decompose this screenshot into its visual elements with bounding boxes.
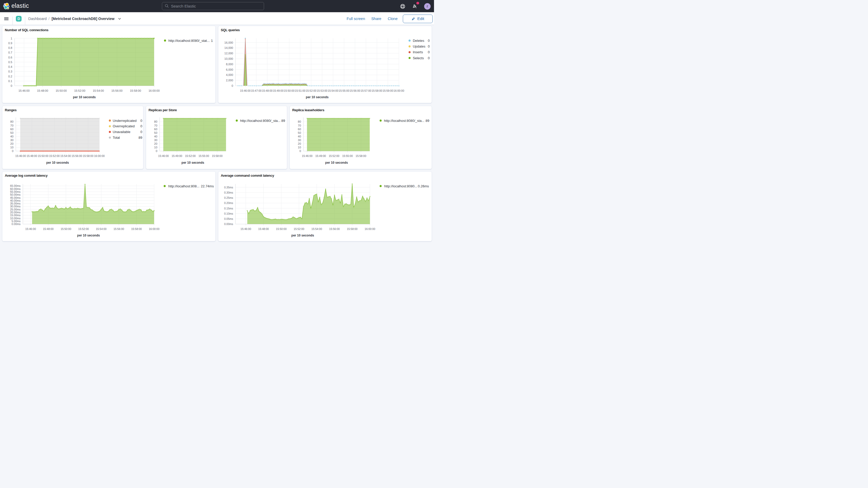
- svg-text:15:47:00: 15:47:00: [251, 89, 262, 92]
- svg-text:15:49:00: 15:49:00: [315, 154, 326, 157]
- svg-text:10.00ms: 10.00ms: [10, 217, 21, 220]
- svg-text:0.35ms: 0.35ms: [224, 186, 233, 189]
- svg-text:8,000: 8,000: [226, 63, 233, 66]
- svg-text:0.26ms: 0.26ms: [418, 184, 429, 188]
- svg-text:35.00ms: 35.00ms: [10, 202, 21, 205]
- svg-text:0.8: 0.8: [8, 46, 12, 49]
- svg-text:15:48:00: 15:48:00: [258, 227, 269, 231]
- svg-text:15:58:00: 15:58:00: [372, 89, 382, 92]
- svg-text:Inserts: Inserts: [413, 50, 423, 54]
- svg-text:per 10 seconds: per 10 seconds: [306, 95, 329, 99]
- svg-text:15:58:00: 15:58:00: [131, 227, 142, 231]
- svg-text:0: 0: [428, 56, 430, 60]
- svg-text:60: 60: [154, 128, 157, 131]
- svg-text:6,000: 6,000: [226, 68, 233, 71]
- svg-text:15:58:00: 15:58:00: [83, 154, 94, 157]
- svg-text:0: 0: [428, 39, 430, 42]
- svg-text:0.7: 0.7: [8, 51, 12, 54]
- svg-text:15:56:00: 15:56:00: [329, 227, 340, 231]
- svg-text:10: 10: [298, 146, 301, 149]
- svg-text:30.00ms: 30.00ms: [10, 205, 21, 208]
- svg-text:15:51:00: 15:51:00: [295, 89, 306, 92]
- svg-text:4,000: 4,000: [226, 73, 233, 77]
- svg-text:15:46:00: 15:46:00: [240, 227, 251, 231]
- svg-text:15:54:00: 15:54:00: [311, 227, 322, 231]
- svg-text:15:54:00: 15:54:00: [93, 89, 104, 92]
- svg-text:0.2: 0.2: [8, 75, 12, 78]
- svg-text:20: 20: [154, 142, 157, 145]
- svg-text:15:48:00: 15:48:00: [27, 154, 37, 157]
- svg-text:per 10 seconds: per 10 seconds: [46, 161, 69, 164]
- svg-text:15:46:00: 15:46:00: [302, 154, 313, 157]
- svg-text:15:56:00: 15:56:00: [114, 227, 124, 231]
- svg-text:70: 70: [154, 124, 157, 127]
- svg-text:80: 80: [154, 120, 157, 123]
- svg-text:15:58:00: 15:58:00: [355, 154, 366, 157]
- svg-text:0.25ms: 0.25ms: [224, 196, 233, 199]
- svg-text:15:46:00: 15:46:00: [240, 89, 251, 92]
- svg-text:15:52:00: 15:52:00: [74, 89, 85, 92]
- svg-text:0.3: 0.3: [8, 70, 12, 73]
- svg-text:15:50:00: 15:50:00: [56, 89, 67, 92]
- svg-text:30: 30: [10, 139, 13, 142]
- svg-text:0.00ms: 0.00ms: [224, 222, 233, 225]
- svg-text:0: 0: [299, 149, 301, 153]
- svg-text:14,000: 14,000: [224, 46, 233, 49]
- svg-text:50: 50: [154, 131, 157, 134]
- svg-text:16:00:00: 16:00:00: [149, 227, 160, 231]
- svg-text:0.00ms: 0.00ms: [12, 222, 21, 225]
- svg-text:2,000: 2,000: [226, 79, 233, 82]
- svg-text:http://localhost:8080/_sta...: http://localhost:8080/_sta...: [384, 119, 424, 123]
- svg-text:89: 89: [138, 135, 142, 140]
- svg-text:60.00ms: 60.00ms: [10, 187, 21, 190]
- svg-text:per 10 seconds: per 10 seconds: [181, 161, 204, 164]
- svg-text:Unavailable: Unavailable: [113, 130, 130, 134]
- svg-text:40.00ms: 40.00ms: [10, 199, 21, 202]
- svg-text:0: 0: [12, 149, 13, 153]
- svg-text:Updates: Updates: [413, 44, 426, 48]
- svg-text:40: 40: [298, 135, 301, 138]
- svg-text:89: 89: [281, 119, 285, 123]
- svg-text:65.00ms: 65.00ms: [10, 184, 21, 187]
- svg-text:15:55:00: 15:55:00: [198, 154, 209, 157]
- svg-text:50: 50: [10, 131, 13, 134]
- svg-text:15:56:00: 15:56:00: [111, 89, 122, 92]
- svg-text:5.00ms: 5.00ms: [12, 220, 21, 223]
- svg-text:per 10 seconds: per 10 seconds: [325, 161, 348, 164]
- svg-text:15:54:00: 15:54:00: [60, 154, 71, 157]
- svg-text:per 10 seconds: per 10 seconds: [291, 234, 314, 237]
- svg-text:15:53:00: 15:53:00: [317, 89, 328, 92]
- svg-text:15:52:00: 15:52:00: [49, 154, 60, 157]
- svg-text:20: 20: [298, 142, 301, 145]
- svg-text:15:46:00: 15:46:00: [25, 227, 36, 231]
- svg-text:0.20ms: 0.20ms: [224, 202, 233, 205]
- svg-text:16:00:00: 16:00:00: [94, 154, 105, 157]
- svg-text:per 10 seconds: per 10 seconds: [77, 234, 100, 237]
- svg-text:15:52:00: 15:52:00: [185, 154, 196, 157]
- svg-text:15:48:00: 15:48:00: [43, 227, 54, 231]
- svg-text:50.00ms: 50.00ms: [10, 193, 21, 196]
- svg-text:45.00ms: 45.00ms: [10, 196, 21, 199]
- svg-text:15.00ms: 15.00ms: [10, 214, 21, 217]
- svg-text:89: 89: [426, 119, 429, 123]
- svg-text:0: 0: [156, 149, 157, 153]
- svg-text:0: 0: [11, 84, 12, 87]
- svg-text:15:56:00: 15:56:00: [71, 154, 82, 157]
- svg-text:70: 70: [298, 124, 301, 127]
- svg-text:60: 60: [10, 128, 13, 131]
- svg-text:30: 30: [154, 139, 157, 142]
- svg-text:0.4: 0.4: [8, 65, 12, 68]
- svg-text:0.10ms: 0.10ms: [224, 212, 233, 215]
- svg-text:http://localhost:808...: http://localhost:808...: [168, 184, 199, 188]
- svg-text:Overreplicated: Overreplicated: [113, 124, 135, 128]
- svg-text:15:52:00: 15:52:00: [78, 227, 89, 231]
- svg-text:0.30ms: 0.30ms: [224, 191, 233, 194]
- svg-text:15:55:00: 15:55:00: [342, 154, 353, 157]
- svg-text:0: 0: [428, 50, 430, 54]
- svg-text:50: 50: [298, 131, 301, 134]
- svg-text:0: 0: [140, 119, 142, 123]
- svg-text:60: 60: [298, 128, 301, 131]
- svg-text:15:48:00: 15:48:00: [37, 89, 48, 92]
- svg-text:0.6: 0.6: [8, 56, 12, 59]
- svg-text:15:52:00: 15:52:00: [306, 89, 316, 92]
